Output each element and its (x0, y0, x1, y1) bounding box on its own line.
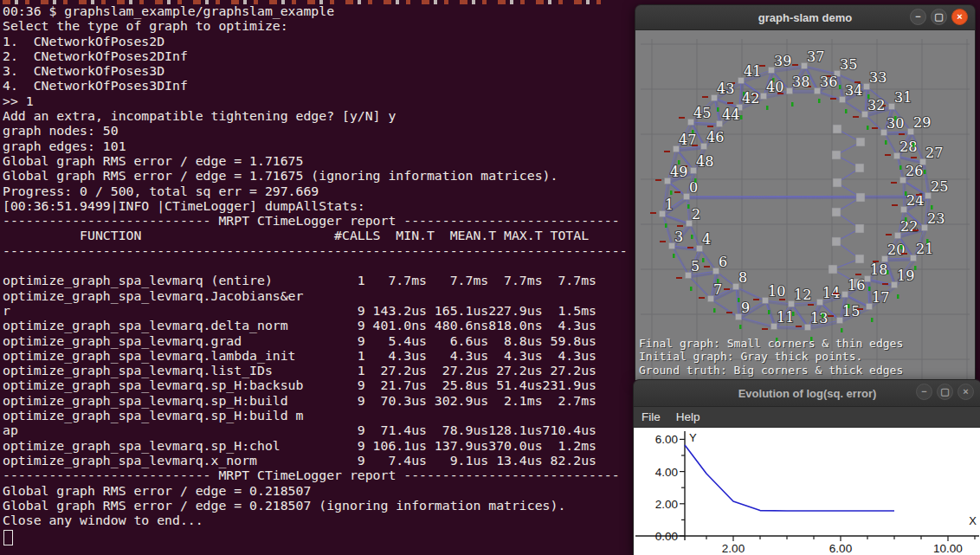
initial-graph-point (855, 164, 864, 172)
graph-node-label: 37 (807, 48, 824, 65)
graph-node-label: 43 (717, 81, 734, 97)
gt-corner-y-axis (687, 204, 690, 209)
plot-render: 0.002.004.006.002.006.0010.00YX (634, 428, 980, 555)
gt-corner-x-axis (882, 283, 888, 285)
gt-corner-x-axis (655, 179, 661, 181)
gt-corner-y-axis (885, 140, 887, 145)
gt-corner-x-axis (833, 293, 839, 294)
graph-legend-text: Final graph: Small corners & thin edges … (639, 337, 903, 377)
terminal-cursor (3, 530, 13, 545)
error-plot-window: Evolution of log(sq. error) − ▢ × File H… (633, 379, 980, 555)
graph-node-label: 3 (674, 229, 683, 245)
gt-corner-x-axis (911, 157, 917, 158)
gt-corner-x-axis (901, 253, 907, 255)
graph-edge (817, 91, 842, 100)
gt-corner-y-axis (839, 85, 841, 89)
graph-window-titlebar[interactable]: graph-slam demo − ▢ × (635, 5, 975, 30)
graph-node-label: 5 (691, 258, 700, 274)
gt-corner-y-axis (931, 205, 933, 210)
desktop: 00:36 $ graphslam_example/graphslam_exam… (0, 0, 980, 555)
gt-corner-x-axis (853, 116, 859, 118)
graph-edge (903, 180, 904, 210)
graph-node-label: 36 (820, 74, 837, 90)
plot-window-titlebar[interactable]: Evolution of log(sq. error) − ▢ × (634, 380, 980, 407)
graph-edge (736, 287, 765, 300)
x-tick-label: 6.00 (829, 542, 852, 555)
gt-corner-y-axis (690, 287, 693, 291)
gt-corner-y-axis (713, 308, 716, 313)
graph-node-label: 0 (689, 179, 698, 196)
y-tick-label: 6.00 (655, 433, 678, 446)
gt-corner-y-axis (670, 190, 673, 195)
gt-corner-x-axis (650, 212, 656, 214)
graph-edge (774, 326, 808, 327)
gt-corner-y-axis (871, 318, 874, 322)
gt-corner-x-axis (796, 326, 802, 327)
graph-node-label: 29 (913, 114, 931, 131)
gt-corner-x-axis (808, 304, 814, 306)
gt-corner-x-axis (674, 191, 680, 193)
gt-corner-x-axis (855, 274, 861, 275)
gt-corner-y-axis (926, 239, 929, 243)
graph-node-label: 38 (792, 74, 809, 90)
graph-node-label: 16 (848, 277, 865, 294)
graph-node-label: 8 (738, 269, 747, 286)
close-button[interactable]: × (951, 9, 968, 25)
y-axis-label: Y (689, 431, 697, 444)
initial-graph-point (832, 208, 841, 216)
gt-corner-x-axis (676, 277, 682, 279)
gt-corner-x-axis (724, 288, 730, 290)
x-tick-label: 2.00 (722, 542, 745, 555)
gt-corner-y-axis (740, 115, 743, 119)
gt-corner-x-axis (664, 151, 670, 152)
y-tick-label: 2.00 (655, 498, 678, 511)
legend-initial-graph: Initial graph: Gray thick points. (639, 350, 903, 363)
minimize-button[interactable]: − (916, 384, 932, 400)
gt-corner-x-axis (886, 234, 892, 236)
menu-file[interactable]: File (634, 410, 668, 423)
graph-node-label: 1 (665, 197, 674, 213)
graph-node-label: 18 (870, 261, 887, 278)
gt-corner-x-axis (677, 225, 683, 227)
initial-graph-point (856, 193, 865, 202)
gt-corner-y-axis (848, 304, 850, 308)
initial-graph-point (832, 151, 841, 159)
graph-node-label: 33 (869, 69, 887, 86)
gt-corner-x-axis (916, 194, 922, 196)
gt-corner-y-axis (717, 107, 719, 112)
gt-corner-y-axis (841, 328, 843, 332)
gt-corner-x-axis (912, 229, 919, 231)
gt-corner-y-axis (905, 191, 907, 196)
minimize-button[interactable]: − (910, 9, 926, 25)
graph-node-label: 48 (696, 153, 713, 170)
gt-corner-x-axis (857, 308, 863, 310)
legend-final-graph: Final graph: Small corners & thin edges (639, 337, 903, 350)
graph-node-label: 13 (810, 310, 828, 326)
gt-corner-y-axis (792, 312, 795, 316)
graph-edge (689, 223, 700, 248)
graph-edge (738, 317, 774, 326)
gt-corner-x-axis (707, 126, 713, 127)
graph-node-label: 34 (845, 82, 862, 99)
graph-node-label: 17 (872, 289, 889, 306)
gt-corner-y-axis (845, 109, 848, 113)
gt-corner-x-axis (687, 247, 693, 248)
gt-corner-y-axis (766, 106, 769, 110)
graph-node-label: 15 (842, 303, 860, 319)
graph-edge (884, 132, 911, 132)
plot-area[interactable]: 0.002.004.006.002.006.0010.00YX (634, 428, 980, 555)
error-evolution-line (685, 445, 894, 511)
maximize-button[interactable]: ▢ (937, 384, 953, 400)
close-button[interactable]: × (957, 384, 974, 400)
gt-corner-x-axis (892, 204, 898, 206)
menu-help[interactable]: Help (668, 410, 708, 423)
graph-node-label: 46 (706, 129, 724, 145)
gt-corner-x-axis (704, 266, 710, 268)
gt-corner-y-axis (924, 170, 926, 174)
gt-corner-x-axis (899, 133, 905, 135)
gt-corner-y-axis (894, 116, 897, 120)
graph-node-label: 4 (702, 231, 711, 248)
graph-3d-viewport[interactable]: 0123456789101112131415161718192021222324… (635, 30, 975, 380)
gt-corner-x-axis (679, 117, 685, 119)
maximize-button[interactable]: ▢ (931, 9, 947, 25)
